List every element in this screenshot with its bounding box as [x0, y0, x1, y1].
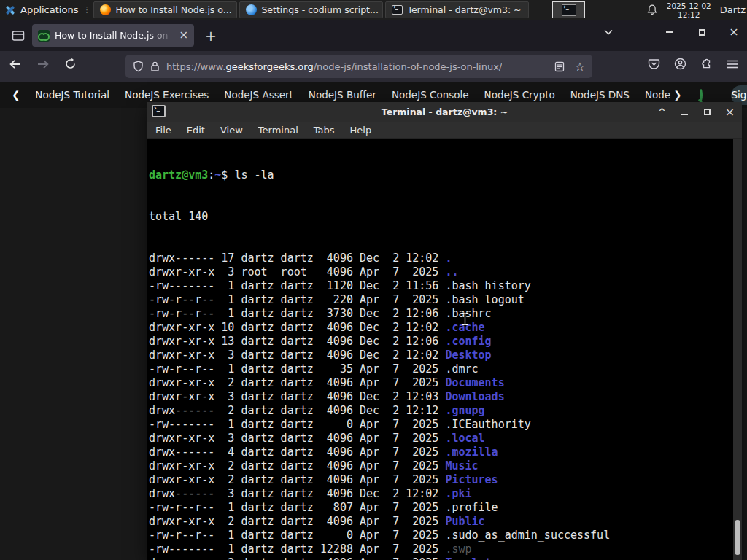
terminal-minimize-icon[interactable] — [680, 107, 689, 117]
file-name: .sudo_as_admin_successful — [445, 529, 610, 542]
ls-output-row: drwxr-xr-x 2 dartz dartz 4096 Apr 7 2025… — [149, 556, 733, 560]
maximize-icon[interactable] — [696, 26, 708, 38]
menu-edit[interactable]: Edit — [187, 125, 205, 136]
menu-file[interactable]: File — [155, 125, 171, 136]
subnav-link[interactable]: NodeJS Assert — [224, 89, 293, 101]
search-icon[interactable] — [700, 89, 703, 101]
subnav-link[interactable]: NodeJS Crypto — [484, 89, 555, 101]
file-name: .local — [445, 432, 484, 445]
bookmark-star-icon[interactable]: ☆ — [575, 60, 585, 74]
panel-tasks: How to Install Node.js o...Settings - co… — [93, 1, 531, 18]
minimize-icon[interactable] — [664, 26, 676, 38]
tab-close-icon[interactable]: × — [179, 30, 188, 41]
notification-bell-icon[interactable] — [646, 4, 658, 16]
firefox-view-button[interactable] — [9, 26, 28, 45]
back-button[interactable] — [9, 58, 22, 70]
taskbar-button-label: How to Install Node.js o... — [115, 4, 231, 15]
vscodium-icon — [246, 4, 257, 15]
file-name: Documents — [445, 376, 504, 389]
url-domain: geeksforgeeks.org — [225, 61, 313, 72]
ls-output-row: drwxr-xr-x 3 dartz dartz 4096 Apr 7 2025… — [149, 432, 733, 446]
total-line: total 140 — [149, 210, 733, 224]
file-name: Music — [445, 459, 478, 472]
applications-menu-button[interactable]: Applications — [0, 0, 82, 20]
prompt-line: dartz@vm3:~$ ls -la — [149, 168, 733, 182]
url-bar[interactable]: https://www.geeksforgeeks.org/node-js/in… — [125, 55, 592, 78]
file-name: .gnupg — [445, 404, 484, 417]
subnav-link[interactable]: NodeJS DNS — [570, 89, 630, 101]
terminal-close-icon[interactable]: × — [725, 107, 735, 117]
file-name: Downloads — [445, 390, 504, 403]
urlbar-actions: ☆ — [554, 60, 585, 74]
menu-hamburger-icon[interactable] — [727, 59, 738, 69]
taskbar-button-label: Settings - codium script... — [261, 4, 378, 15]
extensions-icon[interactable] — [700, 58, 713, 70]
tracking-shield-icon[interactable] — [133, 61, 144, 72]
list-all-tabs-icon[interactable] — [603, 26, 614, 38]
lock-icon[interactable] — [150, 61, 160, 72]
menu-tabs[interactable]: Tabs — [314, 125, 335, 136]
url-scheme: https://www. — [166, 61, 225, 72]
forward-button[interactable] — [36, 58, 50, 70]
pocket-icon[interactable] — [648, 58, 660, 70]
tab-title: How to Install Node.js on — [55, 30, 174, 41]
menu-view[interactable]: View — [220, 125, 243, 136]
menu-help[interactable]: Help — [350, 125, 372, 136]
taskbar-button-label: Terminal - dartz@vm3: ~ — [407, 4, 521, 15]
prompt-path: ~ — [214, 168, 221, 182]
terminal-scrollbar[interactable] — [733, 139, 742, 560]
terminal-titlebar[interactable]: Terminal - dartz@vm3: ~ ^ × — [147, 102, 742, 122]
panel-clock[interactable]: 2025-12-02 12:12 — [667, 1, 711, 19]
workspace-window-icon — [562, 4, 576, 16]
scrollbar-thumb[interactable] — [735, 520, 740, 555]
subnav-link[interactable]: Node — [645, 89, 670, 101]
taskbar-button[interactable]: Settings - codium script... — [239, 1, 383, 18]
reader-mode-icon[interactable] — [554, 61, 565, 72]
workspace-switcher[interactable] — [552, 1, 585, 18]
close-icon[interactable]: × — [728, 26, 740, 38]
ls-output-row: -rw-r--r-- 1 dartz dartz 0 Apr 7 2025 .s… — [149, 529, 733, 542]
ls-output-row: -rw------- 1 dartz dartz 1120 Dec 2 11:5… — [149, 279, 733, 293]
ls-output-row: drwxr-xr-x 3 root root 4096 Apr 7 2025 .… — [149, 265, 733, 279]
shade-icon[interactable]: ^ — [657, 107, 667, 117]
file-name: .swp — [445, 542, 471, 556]
firefox-icon — [100, 4, 111, 15]
subnav-link[interactable]: NodeJS Tutorial — [35, 89, 109, 101]
ls-output-row: drwxr-xr-x 3 dartz dartz 4096 Dec 2 12:0… — [149, 390, 733, 404]
terminal-window-title: Terminal - dartz@vm3: ~ — [147, 106, 742, 117]
terminal-maximize-icon[interactable] — [703, 107, 712, 117]
taskbar-button[interactable]: How to Install Node.js o... — [93, 1, 237, 18]
subnav-link[interactable]: NodeJS Exercises — [125, 89, 209, 101]
panel-separator: ⋮ — [82, 5, 90, 15]
menu-terminal[interactable]: Terminal — [258, 125, 298, 136]
browser-tab-active[interactable]: How to Install Node.js on × — [32, 24, 194, 47]
file-name: .bash_logout — [445, 293, 524, 306]
ls-output-row: -rw-r--r-- 1 dartz dartz 3730 Dec 2 12:0… — [149, 307, 733, 321]
terminal-output[interactable]: dartz@vm3:~$ ls -la total 140 drwx------… — [147, 139, 733, 560]
account-icon[interactable] — [674, 58, 686, 70]
file-name: Pictures — [445, 473, 498, 486]
file-name: .pki — [445, 487, 471, 500]
geeksforgeeks-favicon — [38, 30, 50, 42]
panel-status-area: 2025-12-02 12:12 Dartz — [646, 0, 747, 20]
subnav-link[interactable]: NodeJS Buffer — [309, 89, 376, 101]
subnav-link[interactable]: NodeJS Console — [392, 89, 469, 101]
ls-output-row: drwxr-xr-x 3 dartz dartz 4096 Dec 2 12:0… — [149, 349, 733, 362]
panel-username[interactable]: Dartz — [720, 4, 746, 15]
browser-window-controls: × — [603, 26, 740, 38]
prompt-user-host: dartz@vm3 — [149, 168, 208, 182]
taskbar-button[interactable]: Terminal - dartz@vm3: ~ — [385, 1, 529, 18]
subnav-scroll-left-icon[interactable]: ❮ — [12, 89, 20, 101]
ls-output-row: drwx------ 17 dartz dartz 4096 Dec 2 12:… — [149, 252, 733, 265]
nav-buttons — [9, 58, 77, 70]
subnav-scroll-right-icon[interactable]: ❯ — [673, 89, 681, 101]
ls-output-row: drwxr-xr-x 2 dartz dartz 4096 Apr 7 2025… — [149, 376, 733, 390]
file-name: .bash_history — [445, 279, 530, 292]
new-tab-button[interactable]: + — [201, 26, 220, 45]
reload-button[interactable] — [64, 58, 77, 70]
terminal-icon — [392, 5, 403, 15]
distro-logo-icon — [4, 4, 16, 16]
terminal-menubar: FileEditViewTerminalTabsHelp — [147, 122, 742, 139]
file-name: Desktop — [445, 349, 491, 362]
top-panel: Applications ⋮ How to Install Node.js o.… — [0, 0, 747, 20]
